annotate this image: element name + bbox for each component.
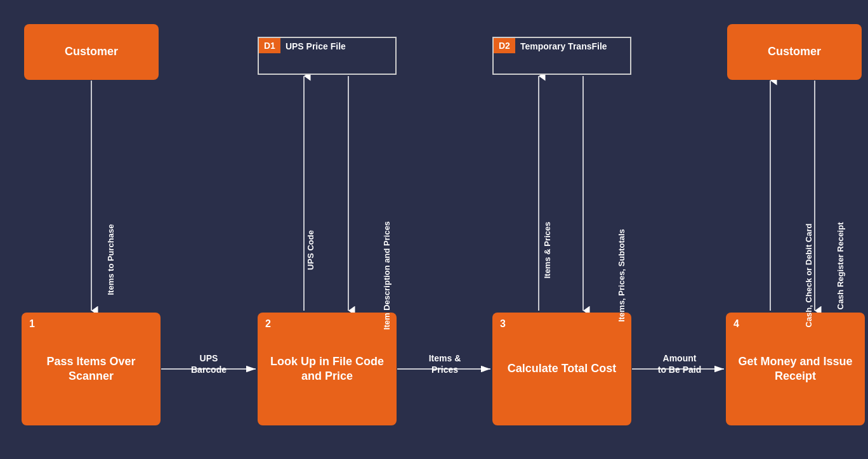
label-items-prices-subtotals: Items, Prices, Subtotals bbox=[617, 193, 626, 358]
process2-number: 2 bbox=[265, 318, 271, 331]
d1-datastore: D1 UPS Price File bbox=[258, 37, 397, 75]
label-cash-register: Cash Register Receipt bbox=[836, 197, 845, 336]
process2-label: Look Up in File Code and Price bbox=[258, 354, 397, 384]
customer-left-label: Customer bbox=[58, 44, 124, 59]
label-item-desc: Item Description and Prices bbox=[382, 193, 391, 358]
process3-label: Calculate Total Cost bbox=[501, 361, 623, 376]
diagram-container: Customer Customer D1 UPS Price File D2 T… bbox=[0, 0, 868, 459]
process4-number: 4 bbox=[733, 318, 739, 331]
label-ups-barcode: UPSBarcode bbox=[164, 352, 253, 375]
process3-number: 3 bbox=[500, 318, 506, 331]
process1-box: 1 Pass Items Over Scanner bbox=[22, 313, 161, 425]
label-items-prices-v: Items & Prices bbox=[542, 200, 552, 301]
process1-label: Pass Items Over Scanner bbox=[22, 354, 161, 384]
main-content: Customer Customer D1 UPS Price File D2 T… bbox=[9, 8, 859, 451]
d1-id: D1 bbox=[259, 38, 280, 53]
d2-id: D2 bbox=[494, 38, 515, 53]
label-items-to-purchase: Items to Purchase bbox=[106, 197, 115, 323]
label-cash-check: Cash, Check or Debit Card bbox=[804, 193, 813, 358]
process1-number: 1 bbox=[29, 318, 35, 331]
customer-right-box: Customer bbox=[727, 24, 862, 80]
process2-box: 2 Look Up in File Code and Price bbox=[258, 313, 397, 425]
process4-label: Get Money and Issue Receipt bbox=[726, 354, 865, 384]
customer-right-label: Customer bbox=[761, 44, 827, 59]
d1-label: UPS Price File bbox=[280, 38, 351, 55]
d2-datastore: D2 Temporary TransFile bbox=[492, 37, 631, 75]
d2-label: Temporary TransFile bbox=[515, 38, 612, 55]
label-amount-paid: Amountto Be Paid bbox=[635, 352, 724, 375]
label-items-prices-h: Items &Prices bbox=[400, 352, 489, 375]
customer-left-box: Customer bbox=[24, 24, 159, 80]
label-ups-code: UPS Code bbox=[306, 200, 315, 301]
process3-box: 3 Calculate Total Cost bbox=[492, 313, 631, 425]
